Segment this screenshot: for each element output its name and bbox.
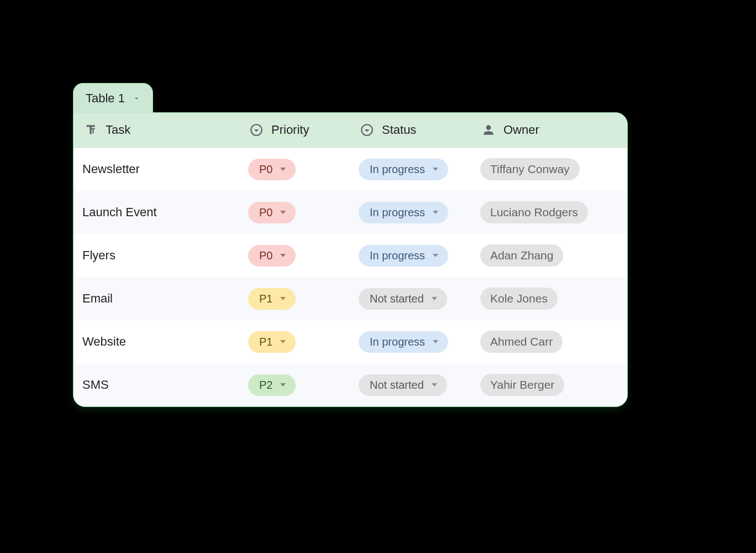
task-cell[interactable]: SMS — [74, 370, 239, 400]
priority-pill[interactable]: P1 — [248, 331, 296, 353]
task-cell[interactable]: Website — [74, 327, 239, 357]
tab-table-1[interactable]: Table 1 — [73, 83, 153, 113]
table-body: NewsletterP0In progressTiffany ConwayLau… — [74, 148, 627, 406]
caret-down-icon — [432, 383, 437, 387]
col-owner-header[interactable]: Owner — [471, 113, 627, 147]
status-pill[interactable]: Not started — [359, 374, 447, 396]
caret-down-icon — [280, 254, 286, 257]
caret-down-icon — [280, 297, 286, 300]
caret-down-icon — [432, 297, 437, 300]
table-row: WebsiteP1In progressAhmed Carr — [74, 320, 627, 363]
priority-pill[interactable]: P0 — [248, 159, 296, 180]
caret-down-icon — [433, 211, 438, 214]
owner-cell: Tiffany Conway — [471, 150, 627, 188]
priority-cell: P1 — [239, 324, 350, 361]
task-cell[interactable]: Flyers — [74, 241, 239, 270]
status-label: In progress — [370, 249, 425, 262]
dropdown-circle-icon — [248, 122, 265, 138]
col-label: Owner — [503, 123, 539, 137]
priority-cell: P0 — [239, 151, 350, 188]
table-row: SMSP2Not startedYahir Berger — [74, 363, 627, 406]
owner-chip[interactable]: Adan Zhang — [480, 244, 563, 267]
col-task-header[interactable]: Task — [74, 113, 239, 147]
status-cell: In progress — [350, 237, 471, 274]
task-cell[interactable]: Newsletter — [74, 154, 239, 184]
priority-label: P1 — [259, 293, 272, 305]
status-pill[interactable]: In progress — [359, 159, 448, 180]
status-pill[interactable]: In progress — [359, 331, 448, 353]
status-label: In progress — [370, 336, 425, 348]
priority-label: P0 — [259, 163, 272, 176]
caret-down-icon — [280, 340, 286, 343]
status-label: In progress — [370, 163, 425, 176]
status-pill[interactable]: Not started — [359, 288, 447, 310]
task-cell[interactable]: Launch Event — [74, 197, 239, 227]
status-pill[interactable]: In progress — [359, 245, 448, 267]
owner-chip[interactable]: Ahmed Carr — [480, 331, 563, 353]
owner-cell: Yahir Berger — [471, 366, 627, 404]
col-label: Task — [106, 123, 130, 137]
status-cell: In progress — [350, 194, 471, 231]
caret-down-icon — [280, 383, 286, 387]
status-cell: Not started — [350, 280, 471, 317]
owner-cell: Ahmed Carr — [471, 323, 627, 361]
col-label: Status — [382, 123, 416, 137]
caret-down-icon — [280, 168, 286, 171]
status-cell: Not started — [350, 367, 471, 404]
chevron-down-icon — [133, 95, 140, 102]
caret-down-icon — [433, 340, 438, 343]
owner-chip[interactable]: Tiffany Conway — [480, 158, 580, 180]
owner-cell: Kole Jones — [471, 280, 627, 317]
text-type-icon — [82, 122, 99, 138]
status-pill[interactable]: In progress — [359, 202, 448, 223]
owner-cell: Adan Zhang — [471, 237, 627, 274]
owner-cell: Luciano Rodgers — [471, 194, 627, 231]
priority-pill[interactable]: P0 — [248, 202, 296, 223]
tab-bar: Table 1 — [73, 83, 628, 112]
priority-label: P0 — [259, 206, 272, 219]
table-container: Table 1 Task Priority — [73, 83, 628, 407]
table: Task Priority Status Owner New — [73, 112, 628, 407]
priority-cell: P0 — [239, 194, 350, 231]
caret-down-icon — [433, 168, 438, 171]
status-label: Not started — [370, 379, 424, 392]
table-row: Launch EventP0In progressLuciano Rodgers — [74, 191, 627, 234]
col-label: Priority — [271, 123, 309, 137]
priority-label: P0 — [259, 249, 272, 262]
status-cell: In progress — [350, 151, 471, 188]
priority-label: P1 — [259, 336, 272, 348]
dropdown-circle-icon — [359, 122, 375, 138]
table-row: NewsletterP0In progressTiffany Conway — [74, 148, 627, 191]
priority-pill[interactable]: P0 — [248, 245, 296, 267]
owner-chip[interactable]: Luciano Rodgers — [480, 201, 588, 223]
col-status-header[interactable]: Status — [350, 113, 471, 147]
owner-chip[interactable]: Yahir Berger — [480, 374, 564, 396]
priority-cell: P0 — [239, 237, 350, 274]
table-row: EmailP1Not startedKole Jones — [74, 277, 627, 320]
status-label: Not started — [370, 293, 424, 305]
caret-down-icon — [433, 254, 438, 257]
priority-label: P2 — [259, 379, 272, 392]
priority-pill[interactable]: P2 — [248, 374, 296, 396]
priority-pill[interactable]: P1 — [248, 288, 296, 310]
caret-down-icon — [280, 211, 286, 214]
table-header: Task Priority Status Owner — [74, 113, 627, 148]
status-cell: In progress — [350, 324, 471, 361]
priority-cell: P2 — [239, 367, 350, 404]
priority-cell: P1 — [239, 280, 350, 317]
tab-label: Table 1 — [86, 91, 125, 106]
owner-chip[interactable]: Kole Jones — [480, 288, 558, 310]
status-label: In progress — [370, 206, 425, 219]
table-row: FlyersP0In progressAdan Zhang — [74, 234, 627, 277]
person-icon — [480, 122, 497, 138]
col-priority-header[interactable]: Priority — [239, 113, 350, 147]
task-cell[interactable]: Email — [74, 284, 239, 314]
